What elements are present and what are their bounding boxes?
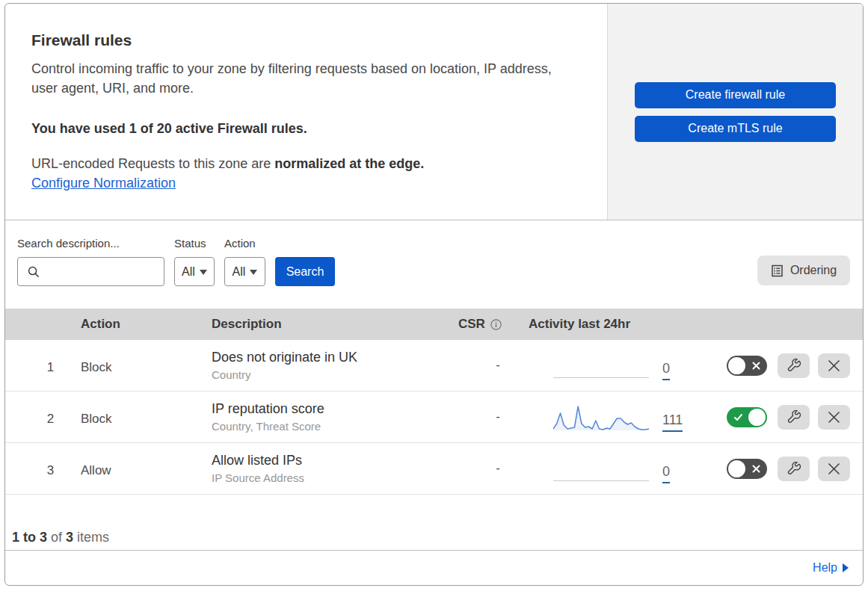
- help-bar: Help: [5, 551, 863, 584]
- rule-activity-cell: 0: [529, 352, 692, 379]
- configure-normalization-link[interactable]: Configure Normalization: [31, 173, 176, 193]
- rule-controls: [692, 405, 863, 430]
- rule-action: Block: [81, 360, 212, 375]
- rule-description-cell: Allow listed IPs IP Source Address: [212, 452, 458, 486]
- edit-rule-button[interactable]: [778, 405, 810, 430]
- status-select[interactable]: All: [174, 257, 215, 286]
- rule-csr-value: -: [458, 409, 529, 424]
- toggle-knob: [728, 357, 745, 374]
- edit-rule-button[interactable]: [778, 457, 810, 481]
- chevron-down-icon: [250, 270, 257, 275]
- search-input-box[interactable]: [17, 257, 164, 286]
- toggle-knob: [748, 409, 766, 426]
- action-select[interactable]: All: [224, 257, 265, 286]
- activity-sparkline-flat: [553, 455, 649, 482]
- rule-priority: 1: [5, 360, 81, 375]
- wrench-icon: [787, 410, 801, 424]
- chevron-down-icon: [200, 270, 207, 275]
- items-total: 3: [66, 530, 73, 545]
- toggle-state-icon: [727, 407, 749, 427]
- ordering-button[interactable]: Ordering: [757, 256, 850, 285]
- create-firewall-rule-button[interactable]: Create firewall rule: [635, 82, 836, 108]
- status-label: Status: [174, 236, 215, 251]
- status-field: Status All: [174, 236, 215, 286]
- items-word: items: [77, 530, 109, 545]
- create-mtls-rule-button[interactable]: Create mTLS rule: [635, 116, 836, 142]
- rule-description: Does not originate in UK: [212, 349, 458, 366]
- activity-count-link[interactable]: 0: [662, 465, 670, 483]
- activity-count-link[interactable]: 0: [662, 362, 670, 380]
- help-label: Help: [813, 561, 837, 575]
- rule-priority: 2: [5, 412, 81, 427]
- action-select-value: All: [233, 265, 246, 279]
- table-header-row: Action Description CSR Activity last 24h…: [5, 309, 863, 340]
- rule-enable-toggle[interactable]: [727, 407, 767, 427]
- ordering-list-icon: [771, 264, 784, 277]
- column-header-csr: CSR: [458, 317, 529, 332]
- items-summary-text: 1 to 3 of 3 items: [12, 530, 109, 545]
- close-icon: [828, 411, 840, 424]
- toggle-state-icon: [745, 459, 767, 479]
- delete-rule-button[interactable]: [818, 405, 850, 430]
- rule-criteria: Country: [212, 368, 458, 383]
- search-input[interactable]: [46, 265, 151, 279]
- items-of: of: [51, 530, 62, 545]
- toggle-knob: [728, 460, 745, 477]
- rule-enable-toggle[interactable]: [727, 459, 767, 479]
- rule-criteria: IP Source Address: [212, 471, 458, 486]
- page-description: Control incoming traffic to your zone by…: [31, 59, 564, 98]
- rule-action: Block: [81, 412, 212, 427]
- rule-controls: [692, 457, 863, 481]
- table-row: 3 Allow Allow listed IPs IP Source Addre…: [5, 443, 863, 495]
- delete-rule-button[interactable]: [818, 353, 850, 378]
- action-field: Action All: [224, 236, 265, 286]
- activity-sparkline: [553, 403, 649, 430]
- wrench-icon: [787, 359, 801, 372]
- status-select-value: All: [182, 265, 195, 279]
- close-icon: [828, 462, 840, 475]
- ordering-button-label: Ordering: [790, 264, 837, 277]
- usage-notice: You have used 1 of 20 active Firewall ru…: [31, 119, 564, 138]
- rule-csr-value: -: [458, 358, 529, 373]
- items-range: 1 to 3: [12, 530, 47, 545]
- edit-rule-button[interactable]: [778, 353, 810, 378]
- header-section: Firewall rules Control incoming traffic …: [5, 4, 863, 220]
- column-header-description: Description: [212, 317, 458, 332]
- search-field: Search description...: [17, 236, 164, 286]
- rule-csr-value: -: [458, 461, 529, 476]
- rule-description-cell: IP reputation score Country, Threat Scor…: [212, 400, 458, 434]
- rule-action: Allow: [81, 463, 212, 478]
- activity-sparkline-flat: [553, 352, 649, 379]
- normalization-text: URL-encoded Requests to this zone are: [31, 156, 274, 171]
- close-icon: [828, 359, 840, 372]
- actions-panel: Create firewall rule Create mTLS rule: [607, 4, 863, 220]
- rule-description: Allow listed IPs: [212, 452, 458, 469]
- rule-description: IP reputation score: [212, 400, 458, 418]
- search-button[interactable]: Search: [275, 257, 335, 286]
- search-icon: [28, 266, 40, 278]
- wrench-icon: [787, 462, 801, 475]
- header-text-block: Firewall rules Control incoming traffic …: [5, 4, 607, 220]
- rule-controls: [692, 353, 863, 378]
- action-label: Action: [224, 236, 265, 251]
- column-header-activity: Activity last 24hr: [529, 317, 692, 332]
- table-row: 2 Block IP reputation score Country, Thr…: [5, 392, 863, 443]
- table-row: 1 Block Does not originate in UK Country…: [5, 340, 863, 392]
- filter-bar: Search description... Status All Action …: [5, 220, 863, 309]
- search-label: Search description...: [17, 236, 164, 251]
- activity-count-link[interactable]: 111: [662, 413, 683, 432]
- rule-criteria: Country, Threat Score: [212, 419, 458, 434]
- delete-rule-button[interactable]: [818, 457, 850, 481]
- firewall-rules-card: Firewall rules Control incoming traffic …: [4, 3, 864, 586]
- info-icon[interactable]: [490, 319, 502, 330]
- help-link[interactable]: Help: [813, 561, 849, 575]
- rule-priority: 3: [5, 463, 81, 478]
- rule-description-cell: Does not originate in UK Country: [212, 349, 458, 383]
- normalization-note: URL-encoded Requests to this zone are no…: [31, 154, 564, 173]
- rule-activity-cell: 111: [529, 403, 692, 430]
- pagination-summary: 1 to 3 of 3 items: [5, 495, 863, 551]
- rule-enable-toggle[interactable]: [727, 356, 767, 376]
- rule-activity-cell: 0: [529, 455, 692, 482]
- page-title: Firewall rules: [31, 31, 564, 50]
- column-header-action: Action: [81, 317, 212, 332]
